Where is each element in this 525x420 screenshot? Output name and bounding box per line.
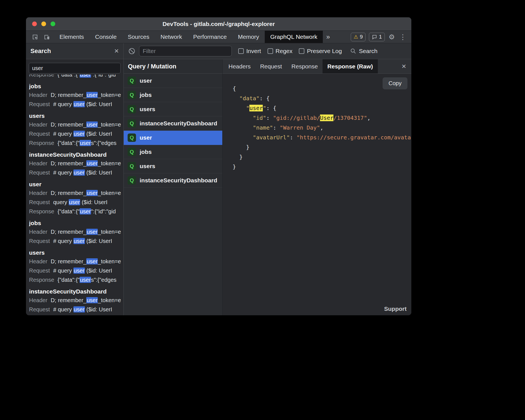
search-result-row[interactable]: HeaderD; remember_user_token=e — [29, 90, 123, 100]
result-text: s":{"edges — [91, 140, 116, 146]
search-result-row[interactable]: HeaderD; remember_user_token=e — [29, 227, 123, 237]
search-query-input[interactable] — [29, 63, 121, 73]
zoom-window-button[interactable] — [51, 22, 55, 26]
warnings-badge[interactable]: ⚠ 9 — [351, 33, 366, 41]
result-text: ($id: UserI — [85, 131, 112, 137]
copy-button[interactable]: Copy — [383, 77, 407, 89]
search-result-row[interactable]: Request# query user ($id: UserI — [29, 100, 123, 109]
result-text: ":{"id":"gid — [91, 75, 116, 78]
kebab-menu-icon[interactable]: ⋮ — [399, 34, 407, 40]
search-panel-title: Search — [30, 47, 51, 55]
result-text: ($id: UserI — [85, 238, 112, 244]
tabbar-icons — [26, 31, 54, 43]
result-row-content: D; remember_user_token=e — [51, 160, 121, 166]
result-row-label: Response — [29, 140, 54, 146]
search-result-row[interactable]: HeaderD; remember_user_token=e — [29, 120, 123, 129]
filter-input[interactable] — [139, 46, 232, 56]
search-match: user — [86, 297, 98, 303]
more-tabs-chevron[interactable]: » — [323, 31, 333, 43]
search-result-row[interactable]: HeaderD; remember_user_token=e — [29, 296, 123, 305]
result-text: ($id: UserI — [85, 268, 112, 274]
regex-checkbox-label: Regex — [276, 48, 293, 54]
preserve-log-checkbox[interactable]: Preserve Log — [299, 48, 342, 54]
response-tab-strip: HeadersRequestResponseResponse (Raw) ✕ — [223, 59, 411, 74]
inspect-element-icon[interactable] — [30, 32, 40, 42]
result-row-label: Header — [29, 229, 47, 235]
network-toolbar: Search ✕ Invert Regex Preserve Log Searc… — [26, 43, 411, 59]
tab-elements[interactable]: Elements — [54, 31, 90, 43]
search-result-row[interactable]: Request# query user ($id: UserI — [29, 129, 123, 139]
search-group-title[interactable]: instanceSecurityDashboard — [29, 151, 123, 158]
json-line: "data": { — [233, 94, 411, 103]
device-toolbar-icon[interactable] — [42, 32, 52, 42]
tab-console[interactable]: Console — [90, 31, 122, 43]
search-group-title[interactable]: users — [29, 249, 123, 256]
search-match: user — [73, 170, 85, 176]
invert-checkbox[interactable]: Invert — [238, 48, 261, 54]
search-result-row[interactable]: Requestquery user ($id: UserI — [29, 198, 123, 207]
result-text: # query — [53, 268, 73, 274]
tab-memory[interactable]: Memory — [232, 31, 265, 43]
result-row-label: Header — [29, 297, 47, 303]
search-result-row[interactable]: Response{"data":{"users":{"edges — [29, 139, 123, 148]
search-group-title[interactable]: user — [29, 181, 123, 188]
query-list-item[interactable]: Qusers — [124, 102, 222, 116]
search-result-row[interactable]: Request# query user ($id: UserI — [29, 168, 123, 177]
search-result-row[interactable]: HeaderD; remember_user_token=e — [29, 159, 123, 168]
response-tab-response-raw[interactable]: Response (Raw) — [323, 59, 378, 73]
search-group-title[interactable]: instanceSecurityDashboard — [29, 288, 123, 295]
json-token: "Warren Day" — [280, 124, 320, 131]
json-token: "data" — [239, 95, 259, 102]
query-list-item[interactable]: Qjobs — [124, 88, 222, 102]
search-group-title[interactable]: jobs — [29, 83, 123, 90]
result-row-label: Header — [29, 160, 47, 166]
result-row-label: Response — [29, 277, 54, 283]
search-result-row[interactable]: Request# query user ($id: UserI — [29, 305, 123, 314]
query-list-item[interactable]: Quser — [124, 74, 222, 88]
search-result-row[interactable]: Response{"data":{"user":{"id":"gid — [29, 207, 123, 216]
search-result-row[interactable]: HeaderD; remember_user_token=e — [29, 257, 123, 266]
search-result-row[interactable]: Response{"data":{"user":{"id":"gid — [29, 75, 123, 79]
search-group-title[interactable]: users — [29, 113, 123, 119]
tab-performance[interactable]: Performance — [188, 31, 232, 43]
search-result-row[interactable]: Request# query user ($id: UserI — [29, 266, 123, 275]
close-detail-icon[interactable]: ✕ — [401, 59, 411, 73]
response-tab-headers[interactable]: Headers — [224, 59, 255, 73]
search-result-row[interactable]: Response{"data":{"users":{"edges — [29, 275, 123, 285]
close-window-button[interactable] — [32, 22, 37, 26]
tab-network[interactable]: Network — [155, 31, 188, 43]
close-search-icon[interactable]: ✕ — [114, 48, 119, 54]
search-toggle-button[interactable]: Search — [350, 48, 378, 54]
json-token: user — [249, 105, 263, 111]
minimize-window-button[interactable] — [41, 22, 46, 26]
query-list-item[interactable]: Quser — [124, 131, 222, 145]
search-match: user — [86, 229, 98, 235]
clear-log-icon[interactable] — [128, 47, 135, 55]
response-tab-response[interactable]: Response — [287, 59, 323, 73]
query-list-item[interactable]: Qusers — [124, 159, 222, 173]
search-result-row[interactable]: Request# query user ($id: UserI — [29, 237, 123, 246]
query-list-item[interactable]: QinstanceSecurityDashboard — [124, 116, 222, 131]
json-token: : { — [266, 105, 276, 111]
query-label: instanceSecurityDashboard — [140, 177, 217, 184]
settings-gear-icon[interactable]: ⚙ — [388, 34, 395, 40]
query-list-item[interactable]: Qjobs — [124, 145, 222, 159]
result-text: {"data":{" — [58, 75, 80, 78]
query-list-item[interactable]: QinstanceSecurityDashboard — [124, 173, 222, 188]
result-row-content: {"data":{"user":{"id":"gid — [58, 75, 116, 78]
json-token: " — [246, 105, 249, 111]
response-tab-request[interactable]: Request — [255, 59, 287, 73]
support-link[interactable]: Support — [384, 306, 407, 312]
regex-checkbox[interactable]: Regex — [268, 48, 293, 54]
result-text: _token=e — [98, 229, 121, 235]
issues-count: 1 — [379, 34, 382, 40]
search-results: Response{"data":{"user":{"id":"gidjobsHe… — [26, 75, 123, 315]
search-result-row[interactable]: HeaderD; remember_user_token=e — [29, 188, 123, 198]
search-group-title[interactable]: jobs — [29, 220, 123, 226]
issues-badge[interactable]: 1 — [369, 33, 385, 41]
tab-sources[interactable]: Sources — [122, 31, 155, 43]
warning-count: 9 — [360, 34, 363, 40]
tab-graphql-network[interactable]: GraphQL Network — [265, 31, 323, 43]
search-match: user — [86, 190, 98, 196]
search-match: user — [73, 268, 85, 274]
